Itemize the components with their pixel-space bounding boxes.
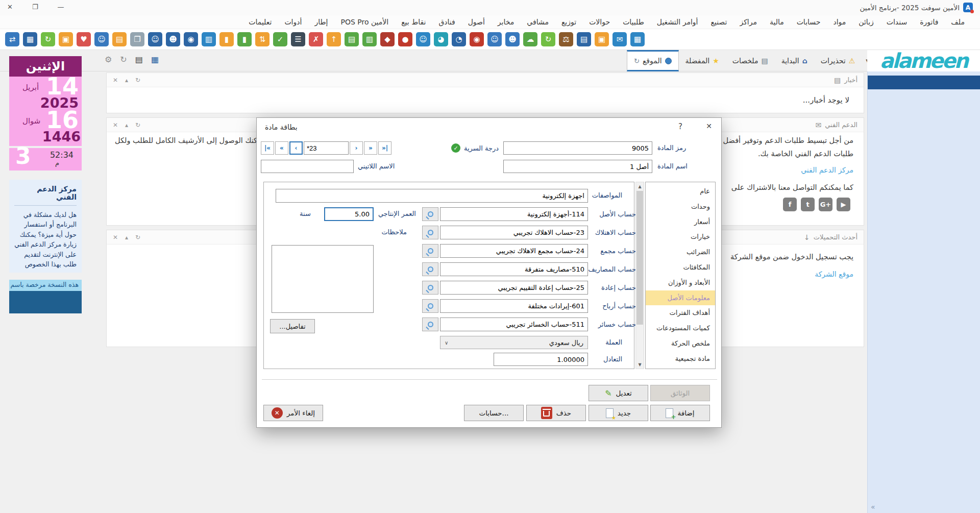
last-record-button[interactable]: »|: [378, 141, 391, 155]
account-input[interactable]: [440, 299, 588, 313]
refresh-icon[interactable]: ↻: [634, 57, 640, 65]
copy-page-icon[interactable]: ❐: [130, 32, 144, 46]
menu-item[interactable]: توزيع: [561, 18, 576, 26]
refresh-icon[interactable]: ↻: [41, 32, 55, 46]
collapse-panel-icon[interactable]: ▴: [125, 121, 128, 129]
menu-item[interactable]: أصول: [468, 18, 485, 26]
parity-input[interactable]: [494, 353, 588, 366]
edit-button[interactable]: ✎ تعديل: [589, 385, 648, 401]
collapse-panel-icon[interactable]: ▴: [125, 77, 128, 84]
pie-chart-icon[interactable]: ◕: [434, 32, 448, 46]
group-shield-icon[interactable]: ☻: [166, 32, 180, 46]
refresh-panel-icon[interactable]: ↻: [135, 77, 140, 84]
menu-item[interactable]: تصنيع: [710, 18, 727, 26]
tab-summaries[interactable]: ▤ ملخصات: [726, 50, 775, 71]
account-input[interactable]: [440, 226, 588, 239]
close-period-icon[interactable]: ✗: [309, 32, 323, 46]
minimize-window-icon[interactable]: —: [58, 3, 64, 11]
latin-name-input[interactable]: [261, 160, 354, 173]
section-item[interactable]: أسعار: [646, 214, 715, 230]
collapse-sidebar-button[interactable]: «: [871, 503, 875, 511]
new-button[interactable]: ★ جديد: [589, 405, 648, 421]
menu-item[interactable]: مراكز: [740, 18, 757, 26]
documents-folder-icon[interactable]: ▣: [595, 32, 609, 46]
menu-item[interactable]: تعليمات: [249, 18, 272, 26]
account-lookup-button[interactable]: [422, 281, 438, 295]
scroll-down-icon[interactable]: ▼: [636, 360, 644, 369]
section-item[interactable]: خيارات: [646, 229, 715, 245]
menu-item[interactable]: الأمين POS Pro: [340, 18, 388, 26]
barcode-icon[interactable]: ☰: [291, 32, 305, 46]
section-item[interactable]: عام: [646, 184, 715, 199]
scroll-up-icon[interactable]: ▲: [636, 182, 644, 190]
next-page-button[interactable]: »: [364, 141, 377, 155]
close-dialog-icon[interactable]: ✕: [706, 122, 712, 130]
close-panel-icon[interactable]: ✕: [113, 77, 118, 84]
tab-site[interactable]: الموقع ↻: [627, 50, 679, 71]
company-site-link[interactable]: موقع الشركة: [815, 270, 853, 278]
control-wheel-icon[interactable]: ◉: [184, 32, 198, 46]
cash-register-icon[interactable]: ▥: [202, 32, 216, 46]
add-button[interactable]: + إضافة: [650, 405, 710, 421]
menu-item[interactable]: سندات: [887, 18, 907, 26]
prev-record-button[interactable]: ‹: [289, 141, 303, 155]
prev-page-button[interactable]: «: [275, 141, 288, 155]
ledger-book-icon[interactable]: ▥: [362, 32, 377, 46]
balance-scale-icon[interactable]: ⚖: [559, 32, 573, 46]
open-folder-icon[interactable]: ▣: [59, 32, 73, 46]
section-item[interactable]: كميات المستودعات: [646, 321, 715, 336]
sections-scrollbar[interactable]: ▲ ▼: [635, 182, 644, 369]
support-center-link[interactable]: مركز الدعم الفني: [801, 166, 853, 174]
menu-item[interactable]: حوالات: [589, 18, 610, 26]
menu-item[interactable]: نقاط بيع: [401, 18, 426, 26]
section-item[interactable]: وحدات: [646, 199, 715, 214]
close-panel-icon[interactable]: ✕: [113, 234, 118, 241]
grid-view-icon[interactable]: ▦: [151, 55, 159, 64]
account-lookup-button[interactable]: [422, 299, 438, 313]
facebook-icon[interactable]: f: [783, 198, 797, 211]
refresh-icon[interactable]: ↻: [120, 55, 127, 64]
user-shield-icon[interactable]: ☺: [148, 32, 162, 46]
account-input[interactable]: [440, 281, 588, 295]
currency-select[interactable]: ريال سعودي ∨: [440, 336, 588, 349]
section-item[interactable]: الأبعاد و الأوزان: [646, 275, 715, 290]
chat-icon[interactable]: ✉: [612, 32, 627, 46]
menu-item[interactable]: أدوات: [284, 18, 302, 26]
close-panel-icon[interactable]: ✕: [113, 121, 118, 129]
account-lookup-button[interactable]: [422, 262, 438, 276]
account-lookup-button[interactable]: [422, 317, 438, 331]
collapse-panel-icon[interactable]: ▴: [125, 234, 128, 241]
item-name-input[interactable]: [503, 160, 652, 173]
account-lookup-button[interactable]: [422, 244, 438, 258]
usb-export-icon[interactable]: ▮: [219, 32, 234, 46]
import-export-icon[interactable]: ⇄: [5, 32, 19, 46]
archive-folder-icon[interactable]: ▤: [112, 32, 127, 46]
tab-warnings[interactable]: ⚠ تحذيرات: [814, 50, 862, 71]
accounts-button[interactable]: حسابات...: [464, 405, 524, 421]
gear-icon[interactable]: ⚙: [105, 55, 112, 64]
customers-icon[interactable]: ☺: [416, 32, 430, 46]
item-code-input[interactable]: [503, 141, 652, 155]
first-record-button[interactable]: |«: [261, 141, 274, 155]
notes-textarea[interactable]: [272, 245, 374, 313]
account-input[interactable]: [440, 317, 588, 331]
account-lookup-button[interactable]: [422, 226, 438, 239]
section-item[interactable]: الضرائب: [646, 245, 715, 260]
employee-icon[interactable]: ☺: [487, 32, 502, 46]
account-input[interactable]: [440, 244, 588, 258]
employees-group-icon[interactable]: ☻: [505, 32, 520, 46]
sync-arrows-icon[interactable]: ⇅: [255, 32, 270, 46]
alert-badge-icon[interactable]: ●: [398, 32, 412, 46]
googleplus-icon[interactable]: G+: [819, 198, 832, 211]
favorites-window-icon[interactable]: ♥: [77, 32, 91, 46]
delete-button[interactable]: حذف: [526, 405, 586, 421]
session-user-icon[interactable]: ☺: [94, 32, 109, 46]
twitter-icon[interactable]: t: [801, 198, 815, 211]
specifications-input[interactable]: [276, 189, 588, 203]
section-item[interactable]: ملخص الحركة: [646, 336, 715, 351]
productive-life-input[interactable]: [324, 207, 374, 221]
section-item[interactable]: معلومات الأصل: [646, 290, 715, 306]
section-item[interactable]: أهداف الفترات: [646, 305, 715, 321]
globe-report-icon[interactable]: ◔: [452, 32, 466, 46]
menu-item[interactable]: إطار: [314, 18, 328, 26]
